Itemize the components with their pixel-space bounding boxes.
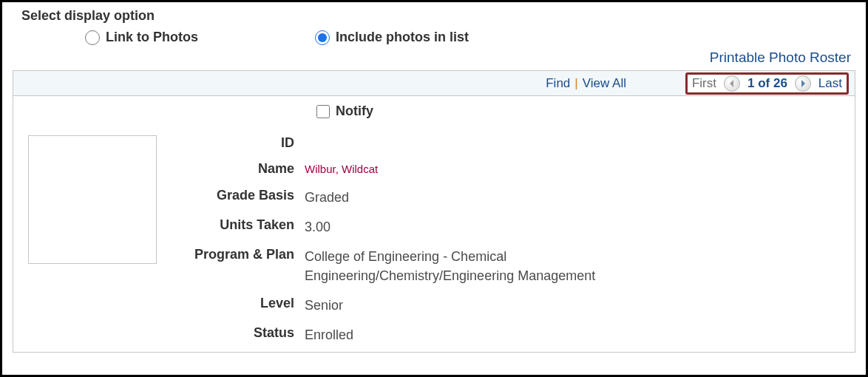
page-section-title: Select display option bbox=[13, 8, 855, 24]
grid-toolbar: Find | View All First 1 of 26 Last bbox=[13, 71, 855, 96]
radio-link-to-photos[interactable]: Link to Photos bbox=[85, 30, 198, 45]
find-link[interactable]: Find bbox=[546, 76, 570, 91]
pager-next-icon[interactable] bbox=[795, 75, 811, 92]
printable-photo-roster-link[interactable]: Printable Photo Roster bbox=[710, 50, 851, 65]
pager-last[interactable]: Last bbox=[818, 76, 842, 91]
toolbar-divider: | bbox=[574, 76, 577, 91]
field-id: ID bbox=[157, 135, 844, 151]
value-status: Enrolled bbox=[305, 325, 353, 344]
view-all-link[interactable]: View All bbox=[583, 76, 626, 91]
grid-content: Notify ID Name Wilbur, Wildcat Grade Bas… bbox=[13, 96, 855, 352]
pager-prev-icon bbox=[724, 75, 740, 92]
label-units-taken: Units Taken bbox=[157, 217, 305, 233]
radio-link-to-photos-input[interactable] bbox=[85, 30, 100, 45]
field-status: Status Enrolled bbox=[157, 325, 844, 344]
notify-row: Notify bbox=[316, 103, 844, 119]
display-option-row: Link to Photos Include photos in list bbox=[13, 30, 855, 45]
value-grade-basis: Graded bbox=[305, 188, 349, 207]
field-units-taken: Units Taken 3.00 bbox=[157, 217, 844, 237]
notify-label: Notify bbox=[336, 103, 373, 119]
student-photo-placeholder bbox=[28, 135, 157, 264]
student-grid: Find | View All First 1 of 26 Last Notif… bbox=[13, 70, 855, 353]
value-level: Senior bbox=[305, 296, 343, 315]
field-name: Name Wilbur, Wildcat bbox=[157, 161, 844, 177]
notify-checkbox[interactable] bbox=[316, 105, 330, 118]
radio-include-photos-input[interactable] bbox=[315, 30, 330, 45]
pager: First 1 of 26 Last bbox=[685, 72, 849, 95]
radio-include-photos[interactable]: Include photos in list bbox=[315, 30, 469, 45]
label-program-plan: Program & Plan bbox=[157, 247, 305, 262]
student-body: ID Name Wilbur, Wildcat Grade Basis Grad… bbox=[24, 134, 844, 344]
student-fields: ID Name Wilbur, Wildcat Grade Basis Grad… bbox=[157, 135, 844, 344]
label-grade-basis: Grade Basis bbox=[157, 188, 305, 203]
label-level: Level bbox=[157, 296, 305, 311]
value-name-link[interactable]: Wilbur, Wildcat bbox=[305, 161, 378, 177]
radio-link-to-photos-label: Link to Photos bbox=[106, 30, 198, 45]
label-id: ID bbox=[157, 135, 305, 151]
field-grade-basis: Grade Basis Graded bbox=[157, 188, 844, 207]
pager-first[interactable]: First bbox=[692, 76, 716, 91]
printable-roster-row: Printable Photo Roster bbox=[13, 50, 851, 66]
label-status: Status bbox=[157, 325, 305, 341]
field-program-plan: Program & Plan College of Engineering - … bbox=[157, 247, 844, 285]
field-level: Level Senior bbox=[157, 296, 844, 315]
label-name: Name bbox=[157, 161, 305, 177]
value-units-taken: 3.00 bbox=[305, 217, 330, 237]
pager-counter: 1 of 26 bbox=[747, 76, 787, 91]
radio-include-photos-label: Include photos in list bbox=[336, 30, 469, 45]
value-program-plan: College of Engineering - Chemical Engine… bbox=[305, 247, 623, 285]
